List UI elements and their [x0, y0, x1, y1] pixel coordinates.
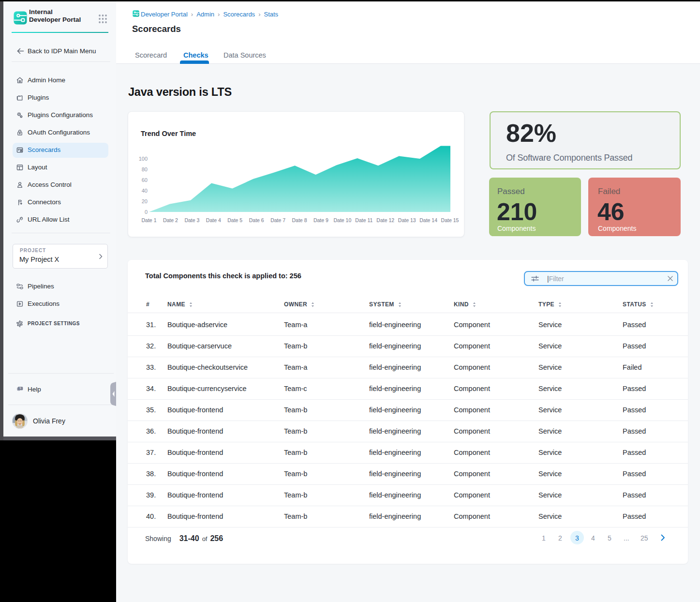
svg-text:Date 15: Date 15 [441, 217, 459, 223]
svg-text:0: 0 [145, 209, 148, 215]
svg-text:Date 5: Date 5 [227, 217, 242, 223]
svg-text:Date 7: Date 7 [270, 217, 285, 223]
svg-text:S: S [19, 387, 21, 390]
svg-text:Date 10: Date 10 [334, 217, 352, 223]
svg-text:Date 1: Date 1 [142, 217, 157, 223]
svg-text:100: 100 [139, 156, 148, 162]
svg-text:40: 40 [142, 188, 148, 194]
svg-text:80: 80 [142, 166, 148, 172]
svg-text:Date 4: Date 4 [206, 217, 221, 223]
svg-text:60: 60 [142, 177, 148, 183]
svg-text:Date 13: Date 13 [398, 217, 416, 223]
svg-text:Date 2: Date 2 [163, 217, 178, 223]
svg-text:Date 14: Date 14 [419, 217, 437, 223]
svg-text:Date 6: Date 6 [249, 217, 264, 223]
svg-text:Date 9: Date 9 [313, 217, 328, 223]
svg-text:Date 11: Date 11 [355, 217, 372, 223]
svg-text:20: 20 [142, 198, 148, 204]
svg-text:Date 12: Date 12 [376, 217, 394, 223]
svg-text:Date 8: Date 8 [292, 217, 307, 223]
svg-text:Date 3: Date 3 [184, 217, 199, 223]
